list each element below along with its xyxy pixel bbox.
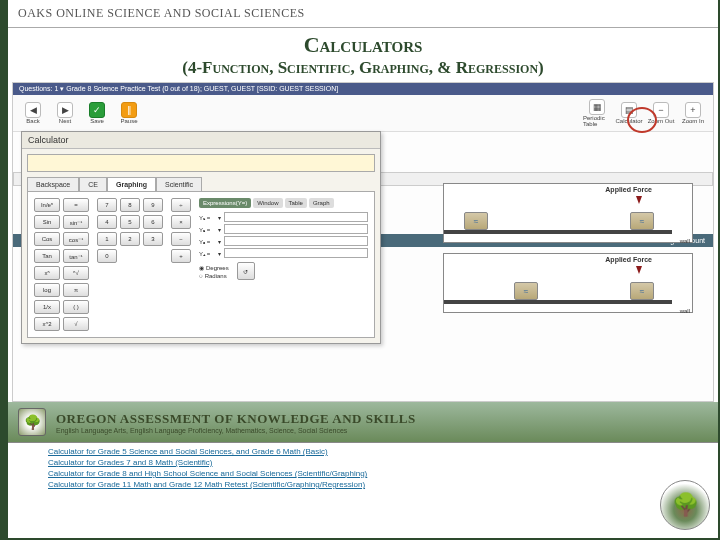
expression-input[interactable] [224,236,368,246]
nav-back[interactable]: ◀Back [19,102,47,124]
key[interactable]: 6 [143,215,163,229]
reset-button[interactable]: ↺ [237,262,255,280]
calc-tab-graphing[interactable]: Graphing [107,177,156,191]
key[interactable]: 5 [120,215,140,229]
back-icon: ◀ [25,102,41,118]
key[interactable]: 1/x [34,300,60,314]
oaks-brand-title: OREGON ASSESSMENT OF KNOWLEDGE AND SKILL… [56,411,416,427]
key[interactable]: 1 [97,232,117,246]
key[interactable]: π [63,283,89,297]
next-icon: ▶ [57,102,73,118]
calculator-link[interactable]: Calculator for Grade 8 and High School S… [48,469,678,478]
key[interactable]: tan⁻¹ [63,249,89,263]
calculator-icon: ▤ [621,102,637,118]
nav-next[interactable]: ▶Next [51,102,79,124]
calculator-display[interactable] [27,154,375,172]
expression-input[interactable] [224,248,368,258]
expr-tab[interactable]: Table [285,198,307,208]
calc-tab-backspace[interactable]: Backspace [27,177,79,191]
nav-save[interactable]: ✓Save [83,102,111,124]
key[interactable]: 4 [97,215,117,229]
nav-calculator[interactable]: ▤Calculator [615,102,643,124]
calculator-link[interactable]: Calculator for Grades 7 and 8 Math (Scie… [48,458,678,467]
oaks-small-logo-icon: 🌳 [18,408,46,436]
zoom-out-icon: − [653,102,669,118]
test-nav-toolbar: ◀Back▶Next✓Save∥Pause ▦Periodic Table▤Ca… [13,95,713,132]
key[interactable]: 2 [120,232,140,246]
key[interactable]: 8 [120,198,140,212]
nav-zoom-out[interactable]: −Zoom Out [647,102,675,124]
physics-diagram: Applied Force ≈ ≈ wall Applied Force ≈ ≈… [443,183,693,323]
expression-input[interactable] [224,224,368,234]
title-main: Calculators [8,32,718,58]
nav-zoom-in[interactable]: +Zoom In [679,102,707,124]
expr-tab[interactable]: Expressions(Y=) [199,198,251,208]
key[interactable]: × [171,215,191,229]
key[interactable]: ⁿ√ [63,266,89,280]
nav-periodic-table[interactable]: ▦Periodic Table [583,99,611,127]
slide-header: OAKS ONLINE SCIENCE AND SOCIAL SCIENCES [8,0,718,28]
key[interactable]: ÷ [171,198,191,212]
key[interactable]: sin⁻¹ [63,215,89,229]
key[interactable]: − [171,232,191,246]
embedded-screenshot: Questions: 1 ▾ Grade 8 Science Practice … [12,82,714,402]
key[interactable]: = [63,198,89,212]
key[interactable]: cos⁻¹ [63,232,89,246]
key[interactable]: 9 [143,198,163,212]
calculator-links: Calculator for Grade 5 Science and Socia… [8,443,718,495]
mode-radians[interactable]: ○Radians [199,273,229,279]
key[interactable]: 0 [97,249,117,263]
key[interactable]: Sin [34,215,60,229]
calculator-link[interactable]: Calculator for Grade 5 Science and Socia… [48,447,678,456]
periodic-table-icon: ▦ [589,99,605,115]
key[interactable]: ( ) [63,300,89,314]
nav-pause[interactable]: ∥Pause [115,102,143,124]
key[interactable]: In/eⁿ [34,198,60,212]
expr-tab[interactable]: Graph [309,198,334,208]
calc-tab-ce[interactable]: CE [79,177,107,191]
save-icon: ✓ [89,102,105,118]
calc-tab-scientific[interactable]: Scientific [156,177,202,191]
pause-icon: ∥ [121,102,137,118]
oaks-banner: 🌳 OREGON ASSESSMENT OF KNOWLEDGE AND SKI… [8,402,718,443]
oaks-brand-sub: English Language Arts, English Language … [56,427,416,434]
key[interactable]: Tan [34,249,60,263]
calculator-popup[interactable]: Calculator BackspaceCEGraphingScientific… [21,131,381,344]
key[interactable]: log [34,283,60,297]
calculator-title: Calculator [22,132,380,149]
key[interactable]: x^2 [34,317,60,331]
key[interactable]: √ [63,317,89,331]
key[interactable]: 7 [97,198,117,212]
expr-tab[interactable]: Window [253,198,282,208]
title-sub: (4-Function, Scientific, Graphing, & Reg… [8,58,718,78]
expression-input[interactable] [224,212,368,222]
key[interactable]: 3 [143,232,163,246]
calculator-link[interactable]: Calculator for Grade 11 Math and Grade 1… [48,480,678,489]
tree-logo-icon: 🌳 [660,480,710,530]
mode-degrees[interactable]: ◉Degrees [199,264,229,271]
question-bar: Questions: 1 ▾ Grade 8 Science Practice … [13,83,713,95]
key[interactable]: + [171,249,191,263]
key[interactable]: xⁿ [34,266,60,280]
key[interactable]: Cos [34,232,60,246]
zoom-in-icon: + [685,102,701,118]
